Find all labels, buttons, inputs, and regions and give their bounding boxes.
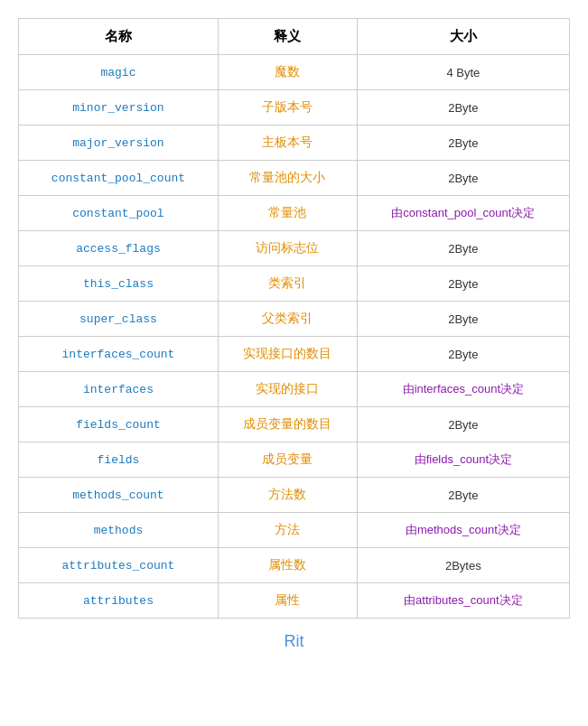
cell-meaning: 常量池	[218, 196, 357, 231]
cell-name: methods_count	[19, 478, 219, 513]
header-meaning: 释义	[218, 19, 357, 55]
cell-meaning: 成员变量	[218, 442, 357, 478]
cell-meaning: 类索引	[218, 266, 357, 302]
header-name: 名称	[19, 19, 219, 55]
cell-name: this_class	[19, 266, 219, 302]
cell-name: constant_pool_count	[19, 161, 219, 196]
table-row: methods方法由methods_count决定	[19, 513, 570, 548]
cell-meaning: 实现的接口	[218, 372, 357, 407]
cell-name: access_flags	[19, 231, 219, 266]
cell-size: 由constant_pool_count决定	[357, 196, 569, 231]
cell-name: fields_count	[19, 407, 219, 442]
cell-size: 2Byte	[357, 126, 569, 161]
table-row: magic魔数4 Byte	[19, 55, 570, 90]
data-table: 名称 释义 大小 magic魔数4 Byteminor_version子版本号2…	[18, 18, 570, 619]
cell-size: 由attributes_count决定	[357, 583, 569, 619]
table-row: super_class父类索引2Byte	[19, 302, 570, 337]
cell-name: interfaces	[19, 372, 219, 407]
cell-size: 2Byte	[357, 161, 569, 196]
cell-name: super_class	[19, 302, 219, 337]
cell-size: 2Byte	[357, 407, 569, 442]
table-row: fields成员变量由fields_count决定	[19, 442, 570, 478]
table-row: interfaces_count实现接口的数目2Byte	[19, 337, 570, 372]
cell-meaning: 属性	[218, 583, 357, 619]
cell-size: 由fields_count决定	[357, 442, 569, 478]
footer-rit: Rit	[18, 632, 570, 651]
table-body: magic魔数4 Byteminor_version子版本号2Bytemajor…	[19, 55, 570, 619]
cell-name: constant_pool	[19, 196, 219, 231]
cell-meaning: 方法数	[218, 478, 357, 513]
cell-size: 2Byte	[357, 90, 569, 126]
main-container: 名称 释义 大小 magic魔数4 Byteminor_version子版本号2…	[18, 18, 570, 651]
cell-meaning: 子版本号	[218, 90, 357, 126]
header-size: 大小	[357, 19, 569, 55]
header-row: 名称 释义 大小	[19, 19, 570, 55]
table-row: major_version主板本号2Byte	[19, 126, 570, 161]
cell-size: 4 Byte	[357, 55, 569, 90]
cell-size: 2Byte	[357, 302, 569, 337]
cell-name: fields	[19, 442, 219, 478]
cell-size: 2Byte	[357, 337, 569, 372]
table-row: attributes_count属性数2Bytes	[19, 548, 570, 583]
cell-meaning: 父类索引	[218, 302, 357, 337]
cell-meaning: 主板本号	[218, 126, 357, 161]
table-row: fields_count成员变量的数目2Byte	[19, 407, 570, 442]
table-row: methods_count方法数2Byte	[19, 478, 570, 513]
cell-name: interfaces_count	[19, 337, 219, 372]
table-row: constant_pool常量池由constant_pool_count决定	[19, 196, 570, 231]
table-row: attributes属性由attributes_count决定	[19, 583, 570, 619]
cell-name: attributes	[19, 583, 219, 619]
cell-meaning: 实现接口的数目	[218, 337, 357, 372]
cell-meaning: 属性数	[218, 548, 357, 583]
cell-meaning: 访问标志位	[218, 231, 357, 266]
cell-name: methods	[19, 513, 219, 548]
cell-name: minor_version	[19, 90, 219, 126]
cell-meaning: 方法	[218, 513, 357, 548]
table-row: minor_version子版本号2Byte	[19, 90, 570, 126]
cell-size: 由interfaces_count决定	[357, 372, 569, 407]
table-row: constant_pool_count常量池的大小2Byte	[19, 161, 570, 196]
cell-size: 2Bytes	[357, 548, 569, 583]
cell-name: attributes_count	[19, 548, 219, 583]
cell-meaning: 常量池的大小	[218, 161, 357, 196]
cell-meaning: 成员变量的数目	[218, 407, 357, 442]
cell-name: major_version	[19, 126, 219, 161]
cell-size: 由methods_count决定	[357, 513, 569, 548]
table-row: access_flags访问标志位2Byte	[19, 231, 570, 266]
cell-size: 2Byte	[357, 231, 569, 266]
cell-size: 2Byte	[357, 478, 569, 513]
cell-size: 2Byte	[357, 266, 569, 302]
table-row: this_class类索引2Byte	[19, 266, 570, 302]
cell-meaning: 魔数	[218, 55, 357, 90]
cell-name: magic	[19, 55, 219, 90]
table-row: interfaces实现的接口由interfaces_count决定	[19, 372, 570, 407]
